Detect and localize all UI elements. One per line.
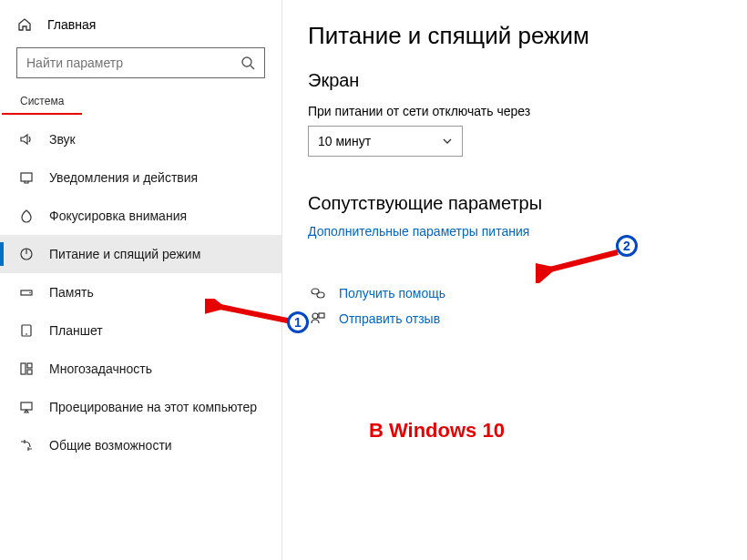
sidebar-item-label: Питание и спящий режим <box>49 247 200 261</box>
extra-power-link[interactable]: Дополнительные параметры питания <box>308 224 529 239</box>
sidebar-item-label: Память <box>49 285 94 300</box>
svg-rect-11 <box>27 370 32 374</box>
sidebar-item-tablet[interactable]: Планшет <box>0 311 281 350</box>
help-icon <box>308 285 328 301</box>
related-heading: Сопутствующие параметры <box>308 193 721 214</box>
svg-rect-12 <box>21 402 32 410</box>
sidebar: Главная Система Звук Уведомления и дейст… <box>0 0 282 560</box>
sidebar-item-sound[interactable]: Звук <box>0 120 281 158</box>
sidebar-item-label: Уведомления и действия <box>49 170 198 185</box>
screen-off-label: При питании от сети отключать через <box>308 104 721 118</box>
multitasking-icon <box>18 361 35 377</box>
page-title: Питание и спящий режим <box>308 22 721 50</box>
annotation-badge-2: 2 <box>616 235 638 257</box>
svg-point-0 <box>242 57 251 66</box>
notifications-icon <box>18 169 35 186</box>
sidebar-item-storage[interactable]: Память <box>0 273 281 311</box>
dropdown-value: 10 минут <box>318 134 371 148</box>
annotation-badge-1: 1 <box>287 311 309 333</box>
svg-line-1 <box>251 66 254 69</box>
annotation-text: В Windows 10 <box>369 419 505 443</box>
search-field[interactable] <box>16 47 265 78</box>
sidebar-item-power-sleep[interactable]: Питание и спящий режим <box>0 235 281 273</box>
screen-heading: Экран <box>308 70 721 91</box>
projecting-icon <box>18 399 35 415</box>
screen-off-dropdown[interactable]: 10 минут <box>308 126 463 157</box>
sidebar-item-shared[interactable]: Общие возможности <box>0 426 281 464</box>
svg-rect-2 <box>21 173 32 181</box>
home-link[interactable]: Главная <box>0 9 281 40</box>
power-icon <box>18 246 35 262</box>
home-label: Главная <box>47 17 96 32</box>
sidebar-item-label: Фокусировка внимания <box>49 209 187 223</box>
sidebar-item-label: Многозадачность <box>49 361 152 376</box>
home-icon <box>16 16 33 33</box>
tablet-icon <box>18 322 35 339</box>
sidebar-item-projecting[interactable]: Проецирование на этот компьютер <box>0 388 281 426</box>
sidebar-item-label: Звук <box>49 132 76 147</box>
main-pane: Питание и спящий режим Экран При питании… <box>282 0 747 560</box>
search-input[interactable] <box>26 56 240 70</box>
feedback-icon <box>308 311 328 327</box>
focus-icon <box>18 208 35 224</box>
get-help-link[interactable]: Получить помощь <box>339 286 445 300</box>
section-label-system: Система <box>2 89 82 115</box>
svg-rect-9 <box>21 363 26 374</box>
sidebar-item-notifications[interactable]: Уведомления и действия <box>0 158 281 197</box>
sidebar-item-multitasking[interactable]: Многозадачность <box>0 350 281 388</box>
svg-point-14 <box>317 292 324 298</box>
get-help-row[interactable]: Получить помощь <box>308 285 721 301</box>
svg-rect-16 <box>319 313 324 318</box>
storage-icon <box>18 284 35 300</box>
shared-icon <box>18 437 35 453</box>
feedback-link[interactable]: Отправить отзыв <box>339 311 440 326</box>
svg-rect-10 <box>27 363 32 368</box>
sidebar-item-label: Планшет <box>49 323 103 338</box>
chevron-down-icon <box>442 136 453 147</box>
search-icon <box>240 56 255 70</box>
sidebar-item-focus[interactable]: Фокусировка внимания <box>0 197 281 235</box>
svg-point-6 <box>29 292 31 294</box>
sidebar-item-label: Общие возможности <box>49 438 172 453</box>
sidebar-item-label: Проецирование на этот компьютер <box>49 400 257 414</box>
feedback-row[interactable]: Отправить отзыв <box>308 311 721 327</box>
sound-icon <box>18 131 35 148</box>
svg-point-15 <box>312 313 318 319</box>
